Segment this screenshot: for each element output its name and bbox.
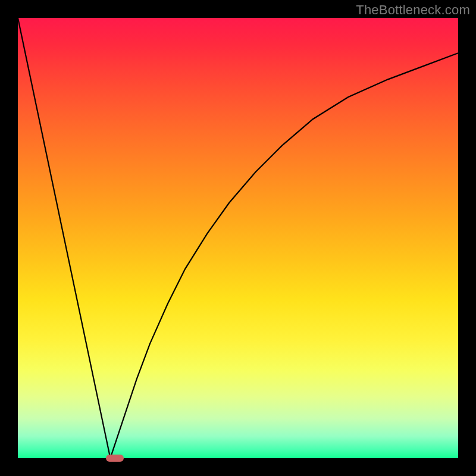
bottleneck-curve <box>18 18 458 458</box>
curve-svg <box>18 18 458 458</box>
watermark-text: TheBottleneck.com <box>356 2 470 18</box>
plot-area <box>18 18 458 458</box>
optimal-marker <box>106 455 124 462</box>
chart-frame: TheBottleneck.com <box>0 0 476 476</box>
